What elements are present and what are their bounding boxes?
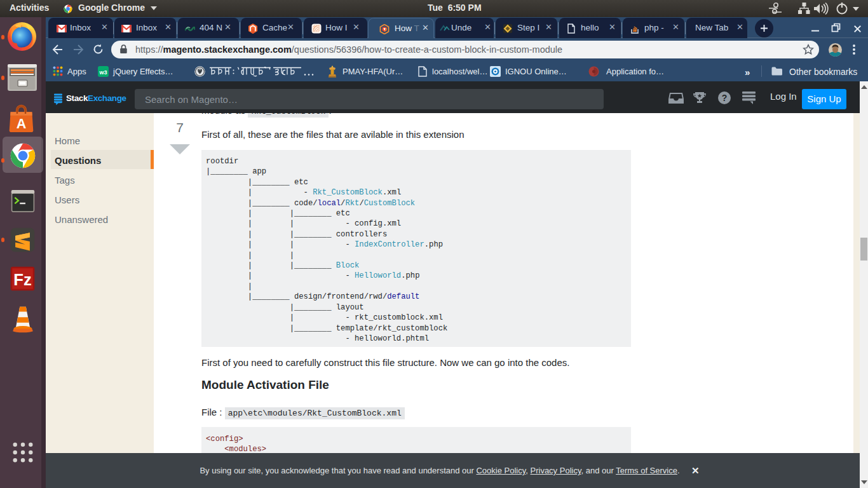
- svg-text:Fz: Fz: [13, 271, 31, 288]
- svg-text:w3: w3: [98, 69, 107, 76]
- svg-text:A: A: [17, 116, 27, 132]
- svg-text:?: ?: [722, 93, 728, 103]
